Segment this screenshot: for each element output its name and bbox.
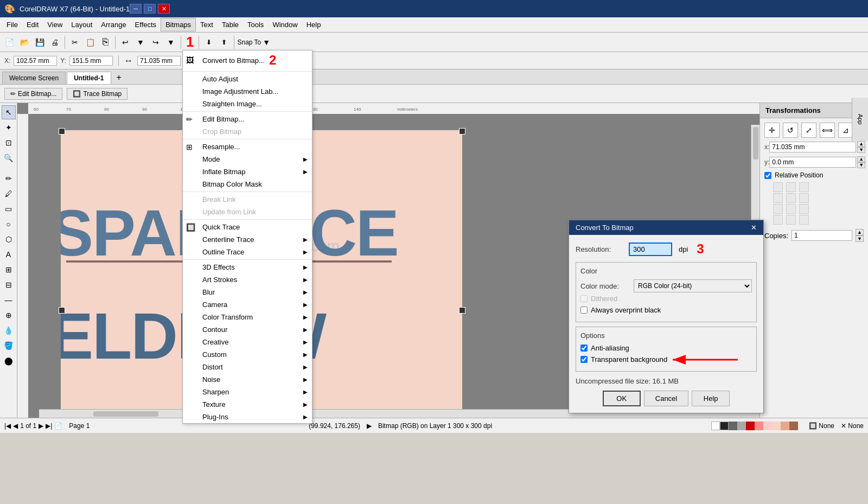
- menu-resample[interactable]: ⊞ Resample...: [183, 141, 312, 153]
- pos-ml[interactable]: [773, 193, 783, 203]
- paste-btn[interactable]: ⎘: [98, 35, 112, 49]
- crop-tool[interactable]: ⊡: [2, 136, 16, 150]
- new-btn[interactable]: 📄: [2, 35, 16, 49]
- save-btn[interactable]: 💾: [33, 35, 47, 49]
- swatch-black[interactable]: [720, 422, 729, 430]
- pos-bc2[interactable]: [786, 215, 796, 225]
- menu-convert-bitmap[interactable]: 🖼 Convert to Bitmap... 2: [183, 50, 312, 70]
- menu-3d-effects[interactable]: 3D Effects: [183, 261, 312, 273]
- undo-arrow[interactable]: ▼: [133, 35, 148, 49]
- color-mode-select[interactable]: RGB Color (24-bit): [634, 279, 752, 292]
- menu-arrange[interactable]: Arrange: [97, 18, 130, 31]
- x-input[interactable]: [14, 56, 57, 66]
- menu-contour[interactable]: Contour: [183, 323, 312, 336]
- swatch-gray2[interactable]: [737, 422, 746, 430]
- menu-layout[interactable]: Layout: [67, 18, 97, 31]
- cursor-btn[interactable]: ▶: [367, 422, 372, 430]
- dimension-tool[interactable]: ⊟: [2, 278, 16, 292]
- w-input[interactable]: [137, 56, 181, 66]
- polygon-tool[interactable]: ⬡: [2, 232, 16, 246]
- handle-ml[interactable]: [59, 307, 65, 314]
- copies-down[interactable]: ▼: [856, 235, 864, 242]
- menu-straighten[interactable]: Straighten Image...: [183, 98, 312, 110]
- first-page-btn[interactable]: |◀: [4, 422, 11, 430]
- y-up-btn[interactable]: ▲: [857, 156, 865, 162]
- shape-tool[interactable]: ✦: [2, 120, 16, 135]
- open-btn[interactable]: 📂: [17, 35, 31, 49]
- scrollbar-h-thumb[interactable]: [93, 411, 158, 417]
- transparent-bg-checkbox[interactable]: [580, 356, 588, 363]
- menu-custom[interactable]: Custom: [183, 348, 312, 361]
- menu-edit[interactable]: Edit: [22, 18, 43, 31]
- fill-tool[interactable]: 🪣: [2, 339, 16, 353]
- menu-image-adj-lab[interactable]: Image Adjustment Lab...: [183, 85, 312, 98]
- blend-tool[interactable]: ⊕: [2, 308, 16, 322]
- menu-effects[interactable]: Effects: [131, 18, 161, 31]
- swatch-lightred[interactable]: [755, 422, 763, 430]
- copies-input[interactable]: [792, 230, 852, 241]
- copies-up[interactable]: ▲: [856, 229, 864, 235]
- menu-blur[interactable]: Blur: [183, 286, 312, 298]
- menu-noise[interactable]: Noise: [183, 373, 312, 386]
- y-down-btn[interactable]: ▼: [857, 162, 865, 168]
- export-btn[interactable]: ⬆: [217, 35, 231, 49]
- transform-skew-btn[interactable]: ⊿: [838, 123, 853, 138]
- y-input[interactable]: [69, 56, 113, 66]
- print-btn[interactable]: 🖨: [48, 35, 62, 49]
- close-btn[interactable]: ✕: [158, 4, 170, 14]
- pos-bc[interactable]: [786, 204, 796, 214]
- select-tool[interactable]: ↖: [2, 105, 16, 119]
- menu-inflate[interactable]: Inflate Bitmap: [183, 165, 312, 178]
- tab-untitled[interactable]: Untitled-1: [67, 72, 111, 84]
- relative-pos-checkbox[interactable]: [764, 172, 771, 179]
- trace-bitmap-btn[interactable]: 🔲 Trace Bitmap: [67, 88, 127, 100]
- swatch-verylight[interactable]: [763, 422, 772, 430]
- menu-centerline-trace[interactable]: Centerline Trace: [183, 233, 312, 246]
- pos-mr[interactable]: [799, 193, 809, 203]
- dialog-close-btn[interactable]: ✕: [751, 224, 757, 232]
- handle-mr[interactable]: [459, 307, 465, 314]
- edit-bitmap-btn[interactable]: ✏ Edit Bitmap...: [4, 88, 62, 100]
- copy-btn[interactable]: 📋: [83, 35, 97, 49]
- pos-br2[interactable]: [799, 215, 809, 225]
- menu-bitmaps[interactable]: Bitmaps: [161, 18, 196, 31]
- menu-camera[interactable]: Camera: [183, 298, 312, 311]
- swatch-peach[interactable]: [772, 422, 781, 430]
- smart-tool[interactable]: 🖊: [2, 187, 16, 201]
- rectangle-tool[interactable]: ▭: [2, 202, 16, 216]
- menu-auto-adjust[interactable]: Auto Adjust: [183, 73, 312, 85]
- pos-bl2[interactable]: [773, 215, 783, 225]
- handle-tr[interactable]: [459, 128, 465, 135]
- menu-mode[interactable]: Mode: [183, 153, 312, 165]
- menu-sharpen[interactable]: Sharpen: [183, 386, 312, 398]
- help-button[interactable]: Help: [692, 391, 730, 406]
- menu-texture[interactable]: Texture: [183, 398, 312, 411]
- pos-tl[interactable]: [773, 182, 783, 192]
- ok-button[interactable]: OK: [603, 391, 641, 406]
- anti-alias-checkbox[interactable]: [580, 344, 588, 352]
- import-btn[interactable]: ⬇: [202, 35, 216, 49]
- zoom-tool[interactable]: 🔍: [2, 151, 16, 165]
- menu-plugins[interactable]: Plug-Ins: [183, 411, 312, 423]
- transform-scale-btn[interactable]: ⤢: [801, 123, 816, 138]
- menu-tools[interactable]: Tools: [243, 18, 268, 31]
- menu-help[interactable]: Help: [302, 18, 326, 31]
- swatch-white[interactable]: [711, 422, 720, 430]
- x-field-input[interactable]: [769, 142, 856, 152]
- swatch-gray1[interactable]: [729, 422, 737, 430]
- connector-tool[interactable]: —: [2, 293, 16, 307]
- transform-rotate-btn[interactable]: ↺: [783, 123, 798, 138]
- scrollbar-v-thumb[interactable]: [753, 127, 758, 160]
- x-up-btn[interactable]: ▲: [857, 141, 865, 147]
- tab-welcome[interactable]: Welcome Screen: [2, 72, 66, 84]
- text-tool[interactable]: A: [2, 247, 16, 261]
- next-page-btn[interactable]: ▶: [39, 422, 43, 430]
- menu-edit-bitmap[interactable]: ✏ Edit Bitmap...: [183, 113, 312, 125]
- snap-dropdown[interactable]: ▼: [262, 35, 271, 49]
- add-page-btn[interactable]: 📄: [54, 422, 62, 430]
- maximize-btn[interactable]: □: [144, 4, 156, 14]
- overprint-checkbox[interactable]: [580, 307, 588, 314]
- eyedropper-tool[interactable]: 💧: [2, 323, 16, 337]
- pos-mc[interactable]: [786, 193, 796, 203]
- swatch-red[interactable]: [746, 422, 755, 430]
